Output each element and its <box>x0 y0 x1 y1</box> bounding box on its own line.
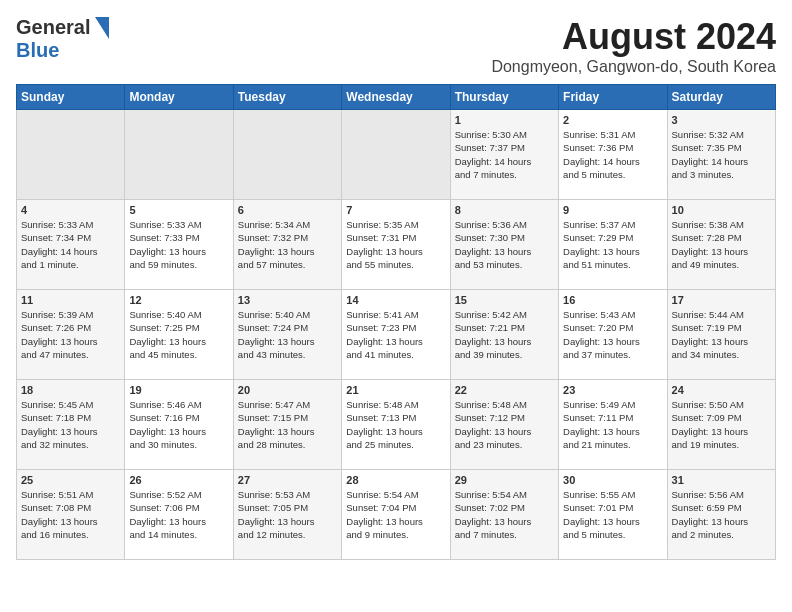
cell-info: Sunrise: 5:56 AMSunset: 6:59 PMDaylight:… <box>672 488 771 541</box>
cell-info-line: Sunrise: 5:42 AM <box>455 308 554 321</box>
cell-info: Sunrise: 5:49 AMSunset: 7:11 PMDaylight:… <box>563 398 662 451</box>
cell-info-line: and 59 minutes. <box>129 258 228 271</box>
weekday-header-wednesday: Wednesday <box>342 85 450 110</box>
cell-info-line: Daylight: 13 hours <box>129 425 228 438</box>
calendar-cell: 30Sunrise: 5:55 AMSunset: 7:01 PMDayligh… <box>559 470 667 560</box>
cell-info-line: Daylight: 13 hours <box>21 515 120 528</box>
weekday-header-saturday: Saturday <box>667 85 775 110</box>
cell-info: Sunrise: 5:46 AMSunset: 7:16 PMDaylight:… <box>129 398 228 451</box>
weekday-header-tuesday: Tuesday <box>233 85 341 110</box>
cell-info-line: and 51 minutes. <box>563 258 662 271</box>
cell-info-line: Sunrise: 5:43 AM <box>563 308 662 321</box>
logo-general-text: General <box>16 16 90 39</box>
cell-info-line: and 1 minute. <box>21 258 120 271</box>
cell-info-line: Daylight: 13 hours <box>563 335 662 348</box>
cell-info-line: Daylight: 13 hours <box>455 245 554 258</box>
cell-info-line: Daylight: 13 hours <box>563 515 662 528</box>
cell-info-line: Sunset: 7:26 PM <box>21 321 120 334</box>
calendar-cell: 19Sunrise: 5:46 AMSunset: 7:16 PMDayligh… <box>125 380 233 470</box>
calendar-cell: 21Sunrise: 5:48 AMSunset: 7:13 PMDayligh… <box>342 380 450 470</box>
calendar-cell: 14Sunrise: 5:41 AMSunset: 7:23 PMDayligh… <box>342 290 450 380</box>
cell-info-line: Sunset: 7:31 PM <box>346 231 445 244</box>
day-number: 4 <box>21 204 120 216</box>
cell-info-line: Sunset: 7:32 PM <box>238 231 337 244</box>
calendar-week-5: 25Sunrise: 5:51 AMSunset: 7:08 PMDayligh… <box>17 470 776 560</box>
cell-info-line: Sunset: 6:59 PM <box>672 501 771 514</box>
cell-info: Sunrise: 5:40 AMSunset: 7:24 PMDaylight:… <box>238 308 337 361</box>
calendar-cell: 26Sunrise: 5:52 AMSunset: 7:06 PMDayligh… <box>125 470 233 560</box>
cell-info-line: Sunset: 7:29 PM <box>563 231 662 244</box>
day-number: 9 <box>563 204 662 216</box>
cell-info: Sunrise: 5:48 AMSunset: 7:13 PMDaylight:… <box>346 398 445 451</box>
cell-info-line: Sunrise: 5:50 AM <box>672 398 771 411</box>
cell-info: Sunrise: 5:52 AMSunset: 7:06 PMDaylight:… <box>129 488 228 541</box>
cell-info-line: Daylight: 13 hours <box>238 245 337 258</box>
cell-info-line: Daylight: 13 hours <box>21 425 120 438</box>
cell-info-line: Sunrise: 5:36 AM <box>455 218 554 231</box>
cell-info: Sunrise: 5:40 AMSunset: 7:25 PMDaylight:… <box>129 308 228 361</box>
cell-info-line: and 16 minutes. <box>21 528 120 541</box>
cell-info: Sunrise: 5:35 AMSunset: 7:31 PMDaylight:… <box>346 218 445 271</box>
cell-info-line: Daylight: 13 hours <box>346 245 445 258</box>
calendar-week-4: 18Sunrise: 5:45 AMSunset: 7:18 PMDayligh… <box>17 380 776 470</box>
cell-info-line: Daylight: 13 hours <box>672 245 771 258</box>
calendar-cell <box>233 110 341 200</box>
cell-info-line: and 30 minutes. <box>129 438 228 451</box>
cell-info-line: and 5 minutes. <box>563 168 662 181</box>
cell-info-line: and 7 minutes. <box>455 528 554 541</box>
calendar-cell <box>342 110 450 200</box>
day-number: 14 <box>346 294 445 306</box>
cell-info: Sunrise: 5:36 AMSunset: 7:30 PMDaylight:… <box>455 218 554 271</box>
cell-info-line: Sunset: 7:16 PM <box>129 411 228 424</box>
cell-info-line: Sunrise: 5:54 AM <box>346 488 445 501</box>
day-number: 18 <box>21 384 120 396</box>
cell-info-line: and 12 minutes. <box>238 528 337 541</box>
cell-info-line: Sunrise: 5:51 AM <box>21 488 120 501</box>
logo: General Blue <box>16 16 109 62</box>
cell-info-line: and 5 minutes. <box>563 528 662 541</box>
cell-info-line: Daylight: 13 hours <box>238 425 337 438</box>
day-number: 26 <box>129 474 228 486</box>
cell-info-line: and 53 minutes. <box>455 258 554 271</box>
cell-info-line: Daylight: 13 hours <box>672 335 771 348</box>
cell-info: Sunrise: 5:39 AMSunset: 7:26 PMDaylight:… <box>21 308 120 361</box>
calendar-cell: 15Sunrise: 5:42 AMSunset: 7:21 PMDayligh… <box>450 290 558 380</box>
cell-info-line: and 23 minutes. <box>455 438 554 451</box>
cell-info-line: and 45 minutes. <box>129 348 228 361</box>
cell-info-line: Sunset: 7:04 PM <box>346 501 445 514</box>
cell-info-line: Sunset: 7:37 PM <box>455 141 554 154</box>
cell-info: Sunrise: 5:43 AMSunset: 7:20 PMDaylight:… <box>563 308 662 361</box>
cell-info-line: Daylight: 13 hours <box>129 245 228 258</box>
cell-info-line: Sunrise: 5:46 AM <box>129 398 228 411</box>
day-number: 11 <box>21 294 120 306</box>
cell-info: Sunrise: 5:55 AMSunset: 7:01 PMDaylight:… <box>563 488 662 541</box>
cell-info-line: Sunset: 7:11 PM <box>563 411 662 424</box>
calendar-cell: 17Sunrise: 5:44 AMSunset: 7:19 PMDayligh… <box>667 290 775 380</box>
calendar-cell: 7Sunrise: 5:35 AMSunset: 7:31 PMDaylight… <box>342 200 450 290</box>
cell-info-line: Daylight: 13 hours <box>672 515 771 528</box>
day-number: 30 <box>563 474 662 486</box>
cell-info-line: and 19 minutes. <box>672 438 771 451</box>
day-number: 25 <box>21 474 120 486</box>
day-number: 19 <box>129 384 228 396</box>
cell-info-line: Daylight: 14 hours <box>455 155 554 168</box>
calendar-cell: 5Sunrise: 5:33 AMSunset: 7:33 PMDaylight… <box>125 200 233 290</box>
day-number: 17 <box>672 294 771 306</box>
cell-info-line: and 49 minutes. <box>672 258 771 271</box>
calendar-cell: 6Sunrise: 5:34 AMSunset: 7:32 PMDaylight… <box>233 200 341 290</box>
day-number: 7 <box>346 204 445 216</box>
cell-info-line: and 2 minutes. <box>672 528 771 541</box>
cell-info: Sunrise: 5:54 AMSunset: 7:04 PMDaylight:… <box>346 488 445 541</box>
logo-icon <box>91 17 109 39</box>
day-number: 15 <box>455 294 554 306</box>
day-number: 21 <box>346 384 445 396</box>
logo-blue-text: Blue <box>16 39 59 62</box>
cell-info-line: Sunset: 7:33 PM <box>129 231 228 244</box>
cell-info-line: and 34 minutes. <box>672 348 771 361</box>
cell-info-line: Sunrise: 5:41 AM <box>346 308 445 321</box>
cell-info-line: Sunset: 7:12 PM <box>455 411 554 424</box>
cell-info: Sunrise: 5:53 AMSunset: 7:05 PMDaylight:… <box>238 488 337 541</box>
cell-info: Sunrise: 5:31 AMSunset: 7:36 PMDaylight:… <box>563 128 662 181</box>
weekday-header-friday: Friday <box>559 85 667 110</box>
cell-info-line: Daylight: 13 hours <box>129 335 228 348</box>
